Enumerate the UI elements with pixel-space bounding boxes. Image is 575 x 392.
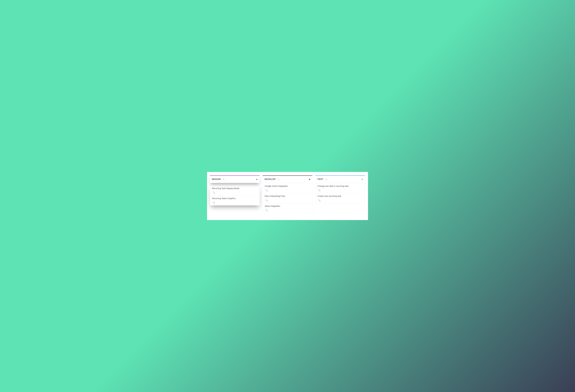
add-card-button[interactable]: + [309, 178, 310, 181]
task-title: Recurring Tasks Graphics [212, 197, 258, 200]
card-list-test: Change due date in recurring task Create… [315, 183, 365, 203]
task-title: Recurring Task Display Modal [212, 187, 258, 190]
kanban-board: DESIGN 2 + Recurring Task Display Modal [207, 172, 368, 220]
svg-point-7 [266, 189, 266, 190]
unassigned-avatar-icon[interactable] [212, 191, 215, 194]
svg-point-1 [213, 191, 214, 192]
task-card[interactable]: Create new recurring task [315, 193, 365, 203]
column-header-design[interactable]: DESIGN 2 + [210, 175, 260, 183]
add-card-button[interactable]: + [361, 178, 363, 181]
column-title: TEST [317, 178, 323, 180]
task-title: Google Home Integration [265, 185, 310, 188]
task-card[interactable]: New Onboarding Flow [263, 193, 312, 203]
unassigned-avatar-icon[interactable] [265, 198, 268, 202]
svg-point-4 [213, 201, 214, 202]
column-develop: DEVELOP 3 + Google Home Integration [263, 175, 312, 213]
column-title: DESIGN [212, 178, 221, 180]
column-header-develop[interactable]: DEVELOP 3 + [263, 175, 312, 183]
task-card[interactable]: Google Home Integration [263, 183, 312, 193]
column-design: DESIGN 2 + Recurring Task Display Modal [210, 175, 260, 206]
column-count-badge: 2 [222, 178, 225, 181]
task-title: New Onboarding Flow [265, 195, 310, 197]
unassigned-avatar-icon[interactable] [265, 208, 268, 212]
svg-point-16 [318, 189, 319, 190]
task-title: Change due date in recurring task [317, 185, 363, 188]
add-card-button[interactable]: + [256, 178, 258, 181]
unassigned-avatar-icon[interactable] [317, 198, 321, 202]
column-header-test[interactable]: TEST 2 + [315, 175, 365, 183]
svg-point-13 [266, 209, 266, 210]
card-list-develop: Google Home Integration New Onboarding F… [263, 183, 312, 213]
svg-point-10 [266, 199, 266, 200]
unassigned-avatar-icon[interactable] [317, 188, 321, 192]
column-test: TEST 2 + Change due date in recurring ta… [315, 175, 365, 203]
task-card[interactable]: Recurring Tasks Graphics [210, 196, 260, 205]
task-title: Create new recurring task [317, 195, 363, 197]
task-title: Alexa Integration [265, 205, 310, 207]
unassigned-avatar-icon[interactable] [212, 201, 215, 204]
column-count-badge: 2 [324, 178, 328, 181]
task-card[interactable]: Recurring Task Display Modal [210, 185, 260, 196]
task-card[interactable]: Change due date in recurring task [315, 183, 365, 193]
card-list-design: Recurring Task Display Modal Recurring T… [210, 185, 260, 206]
column-title: DEVELOP [265, 178, 276, 180]
svg-point-19 [318, 199, 319, 200]
column-count-badge: 3 [277, 178, 280, 181]
task-card[interactable]: Alexa Integration [263, 203, 312, 213]
unassigned-avatar-icon[interactable] [265, 188, 268, 192]
